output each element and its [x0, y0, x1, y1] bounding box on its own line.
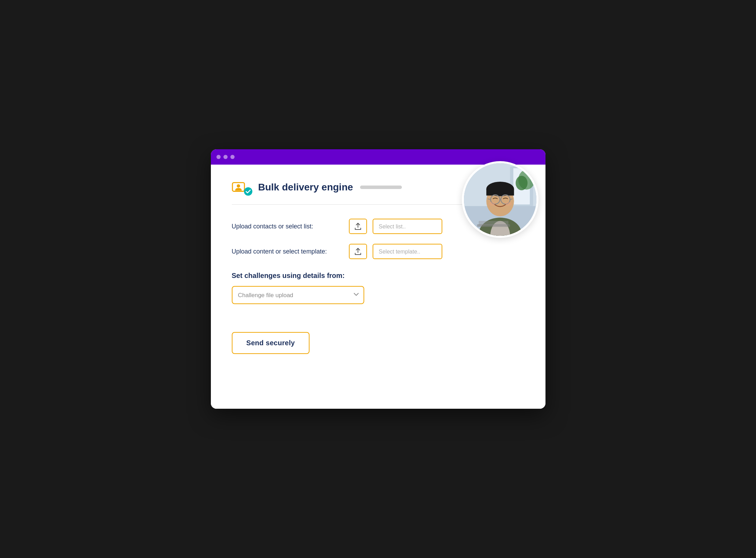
svg-point-19 — [505, 202, 512, 206]
content-label: Upload content or select template: — [232, 248, 343, 255]
browser-window: Bulk delivery engine Upload contacts or … — [211, 149, 545, 409]
traffic-light-1 — [216, 155, 221, 159]
contacts-select[interactable]: Select list.. — [373, 219, 442, 234]
challenges-section: Set challenges using details from: Chall… — [232, 272, 476, 304]
traffic-light-2 — [223, 155, 228, 159]
content-row: Upload content or select template: Selec… — [232, 244, 476, 259]
content-upload-button[interactable] — [349, 244, 367, 259]
challenges-dropdown-wrapper: Challenge file upload Contact list Templ… — [232, 286, 364, 304]
svg-point-5 — [516, 176, 527, 190]
svg-point-23 — [237, 184, 240, 188]
challenges-label: Set challenges using details from: — [232, 272, 476, 280]
traffic-light-3 — [230, 155, 235, 159]
template-select[interactable]: Select template.. — [373, 244, 442, 259]
header-decorative-bar — [360, 186, 402, 189]
contacts-label: Upload contacts or select list: — [232, 223, 343, 230]
svg-rect-12 — [486, 189, 514, 196]
send-securely-button[interactable]: Send securely — [232, 332, 310, 354]
contacts-upload-button[interactable] — [349, 219, 367, 234]
svg-point-18 — [488, 202, 495, 206]
browser-content: Bulk delivery engine Upload contacts or … — [211, 165, 545, 409]
form-section: Upload contacts or select list: Select l… — [232, 219, 476, 354]
svg-rect-21 — [479, 221, 508, 225]
logo-icon — [232, 179, 253, 196]
challenges-select[interactable]: Challenge file upload Contact list Templ… — [232, 286, 364, 304]
contacts-row: Upload contacts or select list: Select l… — [232, 219, 476, 234]
avatar — [462, 161, 539, 238]
svg-point-24 — [244, 187, 252, 196]
app-title: Bulk delivery engine — [258, 182, 353, 193]
